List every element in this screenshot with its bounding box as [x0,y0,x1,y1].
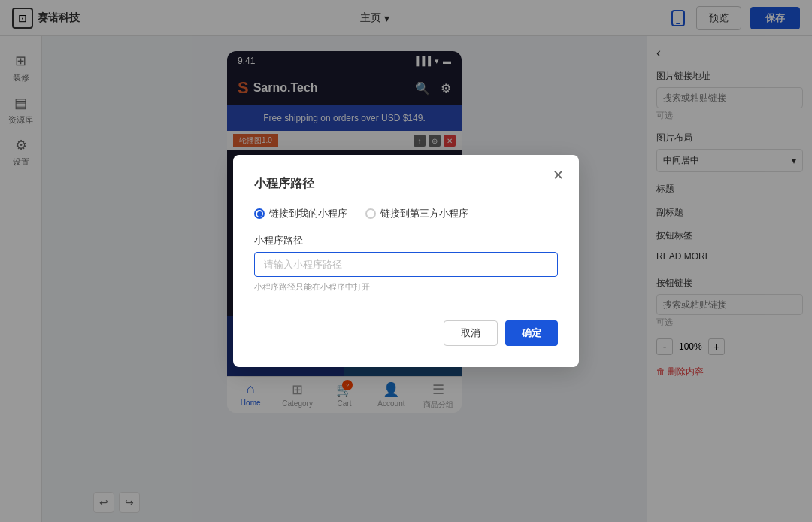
dialog-footer: 取消 确定 [254,320,558,346]
radio-third-circle [365,208,376,219]
radio-own-label: 链接到我的小程序 [269,207,347,220]
radio-third-miniprogram[interactable]: 链接到第三方小程序 [365,207,468,220]
radio-own-miniprogram[interactable]: 链接到我的小程序 [254,207,347,220]
close-icon[interactable]: ✕ [553,167,564,184]
path-hint: 小程序路径只能在小程序中打开 [254,281,558,293]
radio-third-label: 链接到第三方小程序 [380,207,468,220]
radio-own-circle [254,208,265,219]
dialog-title: 小程序路径 [254,176,558,192]
modal-overlay: 小程序路径 ✕ 链接到我的小程序 链接到第三方小程序 小程序路径 小程序路径只能… [0,0,812,522]
miniprogram-path-dialog: 小程序路径 ✕ 链接到我的小程序 链接到第三方小程序 小程序路径 小程序路径只能… [233,155,579,367]
radio-group: 链接到我的小程序 链接到第三方小程序 [254,207,558,220]
path-input[interactable] [254,252,558,277]
path-field-label: 小程序路径 [254,234,558,247]
cancel-button[interactable]: 取消 [444,320,498,346]
dialog-divider [254,308,558,308]
confirm-button[interactable]: 确定 [505,320,558,346]
